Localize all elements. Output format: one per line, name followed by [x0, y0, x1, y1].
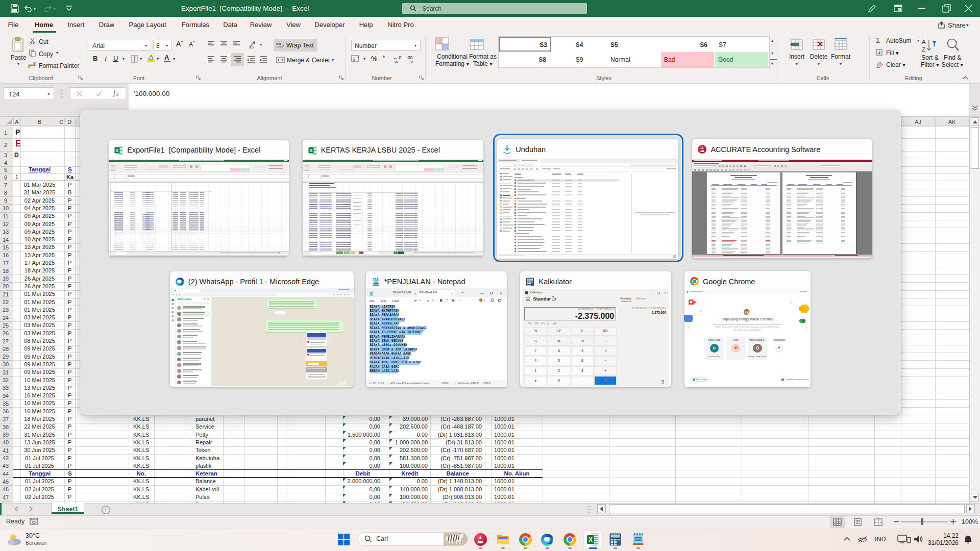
svg-text:←.0: ←.0	[393, 55, 402, 60]
svg-text:.00: .00	[394, 60, 399, 63]
svg-text:X: X	[309, 147, 312, 153]
svg-text:Z: Z	[922, 46, 925, 53]
svg-text:$: $	[353, 57, 355, 62]
svg-text:X: X	[589, 536, 593, 543]
svg-text:▾: ▾	[357, 55, 359, 60]
svg-text:→.0: →.0	[407, 60, 413, 63]
svg-text:A: A	[922, 39, 926, 45]
svg-text:X: X	[116, 147, 119, 153]
svg-text:.00: .00	[406, 55, 413, 60]
svg-text:ab: ab	[249, 45, 254, 48]
svg-text:ab: ab	[276, 41, 281, 46]
